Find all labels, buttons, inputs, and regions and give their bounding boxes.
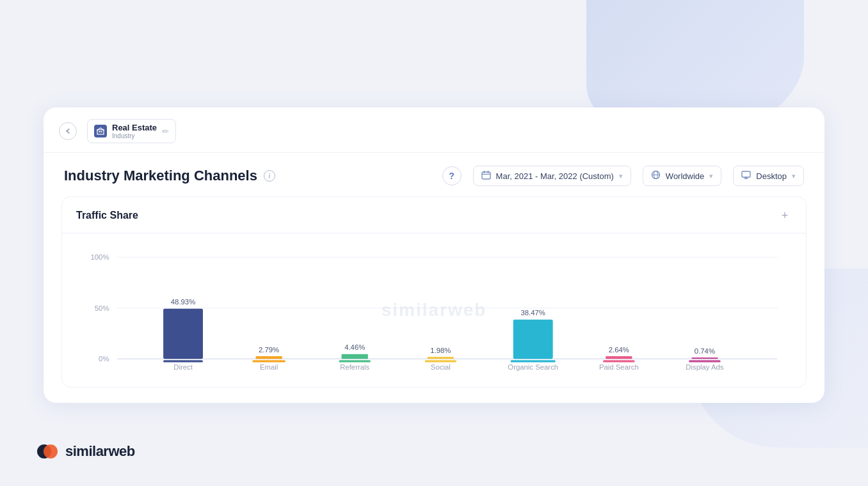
card-nav: Real Estate Industry ✏ [44, 107, 824, 153]
page-title-group: Industry Marketing Channels i [64, 168, 275, 184]
calendar-icon [481, 170, 491, 182]
device-dropdown[interactable]: Desktop ▾ [733, 166, 804, 186]
header-controls: ? Mar, 2021 - Mar, 2022 (Custom) ▾ [442, 166, 804, 186]
industry-name: Real Estate [112, 123, 157, 132]
indicator-email [252, 360, 285, 362]
industry-text: Real Estate Industry [112, 123, 157, 139]
label-direct: Direct [173, 363, 193, 371]
label-social-value: 1.98% [430, 347, 451, 354]
region-label: Worldwide [666, 171, 704, 181]
brand-name: similarweb [65, 443, 135, 460]
page-title: Industry Marketing Channels [64, 168, 257, 184]
label-organic-value: 38.47% [520, 309, 545, 317]
page-header: Industry Marketing Channels i ? Mar, 20 [44, 153, 824, 196]
bar-social [428, 357, 454, 359]
back-arrow-icon [65, 128, 71, 134]
label-display-value: 0.74% [695, 347, 715, 355]
label-email: Email [260, 363, 278, 371]
indicator-organic [511, 360, 556, 362]
label-organic-search: Organic Search [508, 363, 558, 371]
industry-icon [94, 125, 107, 137]
traffic-chart: 100% 50% 0% 48.93% Direct 2.79% Email 4.… [77, 244, 791, 379]
bar-display-ads [691, 357, 718, 359]
svg-rect-5 [482, 172, 490, 179]
industry-sub: Industry [112, 132, 157, 139]
label-display-ads: Display Ads [686, 363, 724, 371]
bar-direct [163, 309, 203, 359]
back-button[interactable] [59, 122, 77, 140]
svg-text:50%: 50% [95, 304, 109, 312]
label-referrals: Referrals [340, 363, 369, 371]
info-icon[interactable]: i [264, 170, 275, 182]
region-dropdown[interactable]: Worldwide ▾ [643, 166, 721, 186]
svg-rect-3 [99, 131, 100, 132]
expand-button[interactable]: + [778, 208, 792, 223]
traffic-card-title: Traffic Share [76, 210, 138, 221]
svg-rect-2 [97, 130, 104, 134]
svg-rect-4 [101, 131, 102, 132]
bar-paid-search [606, 356, 632, 359]
svg-text:0%: 0% [99, 355, 109, 363]
building-icon [97, 127, 104, 135]
date-range-label: Mar, 2021 - Mar, 2022 (Custom) [496, 171, 614, 181]
indicator-social [425, 360, 457, 362]
desktop-icon [741, 170, 751, 182]
edit-icon[interactable]: ✏ [162, 127, 169, 136]
label-paid-search: Paid Search [599, 363, 639, 371]
date-dropdown-chevron: ▾ [619, 172, 623, 180]
label-direct-value: 48.93% [171, 298, 195, 306]
help-button[interactable]: ? [442, 166, 462, 185]
indicator-referrals [339, 360, 371, 362]
device-dropdown-chevron: ▾ [792, 172, 796, 180]
svg-rect-12 [742, 171, 750, 177]
traffic-card-header: Traffic Share + [62, 197, 806, 233]
device-label: Desktop [756, 171, 787, 181]
industry-tag[interactable]: Real Estate Industry ✏ [87, 119, 176, 143]
traffic-share-card: Traffic Share + similarweb 100% 50% 0% 4… [61, 196, 807, 388]
chart-area: similarweb 100% 50% 0% 48.93% Direct [62, 233, 806, 387]
globe-icon [651, 170, 661, 182]
bar-referrals [342, 354, 368, 359]
indicator-direct [163, 360, 203, 362]
svg-point-1 [44, 444, 58, 459]
label-social: Social [431, 363, 451, 371]
region-dropdown-chevron: ▾ [709, 172, 713, 180]
main-card: Real Estate Industry ✏ Industry Marketin… [44, 107, 824, 403]
label-paid-value: 2.64% [609, 345, 629, 353]
date-range-dropdown[interactable]: Mar, 2021 - Mar, 2022 (Custom) ▾ [473, 166, 631, 186]
indicator-display [689, 360, 721, 362]
indicator-paid [603, 360, 635, 362]
svg-text:100%: 100% [90, 253, 109, 261]
label-referrals-value: 4.46% [344, 343, 365, 351]
bar-organic-search [513, 320, 553, 359]
bar-email [256, 356, 282, 359]
label-email-value: 2.79% [259, 345, 279, 353]
brand-logo: similarweb [36, 440, 135, 463]
brand-icon [36, 440, 59, 463]
